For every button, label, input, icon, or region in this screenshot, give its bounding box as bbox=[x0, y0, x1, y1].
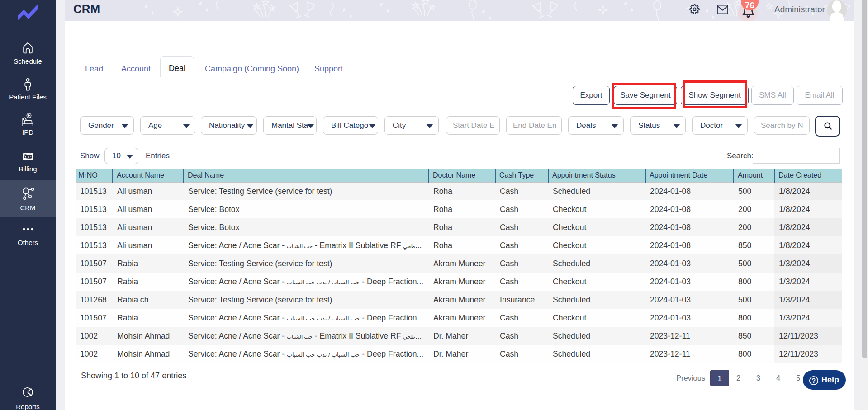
svg-text:1: 1 bbox=[27, 154, 30, 159]
